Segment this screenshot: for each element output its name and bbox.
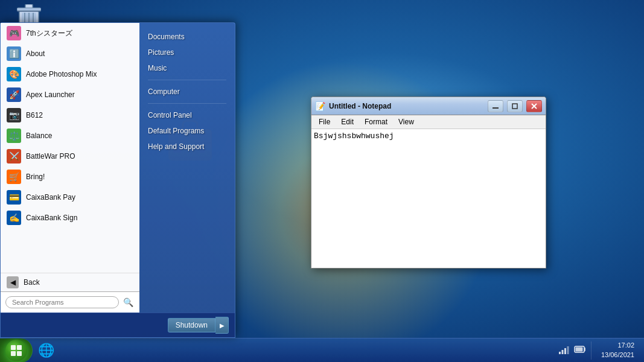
app-item-battlewar[interactable]: ⚔️ BattleWar PRO — [1, 146, 139, 167]
search-bar: 🔍 — [1, 291, 139, 313]
app-item-apex[interactable]: 🚀 Apex Launcher — [1, 84, 139, 105]
notepad-menubar: File Edit Format View — [311, 115, 546, 129]
app-icon-7thsisters: 🎮 — [7, 26, 21, 40]
app-icon-balance: ⚖️ — [7, 129, 21, 143]
right-divider-1 — [148, 80, 226, 80]
start-menu: 🎮 7thシスターズ ℹ️ About 🎨 Adobe Photoshop Mi… — [0, 22, 235, 338]
right-item-controlpanel[interactable]: Control Panel — [139, 107, 235, 123]
shutdown-label: Shutdown — [176, 321, 208, 329]
start-menu-main: 🎮 7thシスターズ ℹ️ About 🎨 Adobe Photoshop Mi… — [1, 23, 235, 313]
notepad-text: Bsjwjshsbwhwushej — [314, 132, 394, 141]
back-arrow-icon: ◀ — [7, 276, 19, 288]
app-label-caixasign: CaixaBank Sign — [26, 214, 77, 222]
app-item-b612[interactable]: 📷 B612 — [1, 105, 139, 125]
menu-file[interactable]: File — [314, 116, 335, 127]
taskbar: 🌐 — [0, 338, 644, 362]
minimize-button[interactable] — [488, 100, 503, 112]
svg-rect-24 — [17, 345, 22, 350]
app-item-photoshop[interactable]: 🎨 Adobe Photoshop Mix — [1, 64, 139, 84]
app-icon-bring: 🛒 — [7, 170, 21, 184]
start-menu-left-panel: 🎮 7thシスターズ ℹ️ About 🎨 Adobe Photoshop Mi… — [1, 23, 139, 313]
start-orb — [5, 340, 27, 361]
notepad-app-icon: 📝 — [315, 101, 325, 111]
shutdown-arrow-button[interactable]: ▶ — [215, 317, 229, 334]
notepad-window: 📝 Untitled - Notepad File Edit Format Vi… — [311, 97, 546, 268]
app-icon-photoshop: 🎨 — [7, 67, 21, 81]
app-label-b612: B612 — [26, 111, 43, 119]
app-icon-caixasign: ✍️ — [7, 211, 21, 225]
battery-icon[interactable] — [574, 345, 586, 355]
app-label-caixapay: CaixaBank Pay — [26, 193, 75, 202]
right-item-pictures[interactable]: Pictures — [139, 45, 235, 60]
clock-date: 13/06/2021 — [601, 351, 634, 360]
app-icon-caixapay: 💳 — [7, 190, 21, 205]
tray-separator — [591, 341, 591, 360]
app-icon-b612: 📷 — [7, 108, 21, 122]
app-icon-about: ℹ️ — [7, 46, 21, 61]
svg-rect-19 — [493, 107, 499, 109]
svg-rect-7 — [17, 8, 41, 11]
menu-format[interactable]: Format — [360, 116, 392, 127]
right-divider-2 — [148, 103, 226, 104]
svg-rect-33 — [575, 348, 582, 352]
right-item-computer[interactable]: Computer — [139, 84, 235, 100]
svg-rect-25 — [11, 351, 16, 356]
system-tray: 17:02 13/06/2021 — [558, 341, 644, 360]
svg-rect-30 — [567, 346, 569, 354]
app-label-apex: Apex Launcher — [26, 91, 75, 99]
app-item-caixasign[interactable]: ✍️ CaixaBank Sign — [1, 208, 139, 228]
network-icon[interactable] — [558, 345, 570, 356]
app-item-balance[interactable]: ⚖️ Balance — [1, 125, 139, 146]
shutdown-bar: Shutdown ▶ — [1, 313, 235, 337]
menu-edit[interactable]: Edit — [336, 116, 359, 127]
right-item-helpsupport[interactable]: Help and Support — [139, 139, 235, 154]
notepad-textarea[interactable]: Bsjwjshsbwhwushej — [311, 129, 546, 268]
apps-list: 🎮 7thシスターズ ℹ️ About 🎨 Adobe Photoshop Mi… — [1, 23, 139, 273]
notepad-titlebar: 📝 Untitled - Notepad — [311, 97, 546, 115]
right-item-music[interactable]: Music — [139, 60, 235, 76]
app-label-battlewar: BattleWar PRO — [26, 152, 75, 160]
taskbar-ie-button[interactable]: 🌐 — [34, 339, 58, 362]
svg-rect-32 — [584, 348, 585, 351]
app-label-balance: Balance — [26, 132, 52, 140]
app-item-caixapay[interactable]: 💳 CaixaBank Pay — [1, 187, 139, 208]
back-label: Back — [24, 278, 40, 287]
svg-rect-27 — [559, 352, 561, 354]
start-menu-right-panel: Documents Pictures Music Computer Contro… — [139, 23, 235, 313]
svg-rect-29 — [564, 348, 566, 354]
back-button[interactable]: ◀ Back — [1, 273, 139, 291]
search-button[interactable]: 🔍 — [121, 296, 135, 309]
app-label-7thsisters: 7thシスターズ — [26, 28, 72, 39]
app-item-about[interactable]: ℹ️ About — [1, 43, 139, 64]
clock[interactable]: 17:02 13/06/2021 — [596, 341, 639, 360]
svg-rect-23 — [11, 345, 16, 350]
app-item-bring[interactable]: 🛒 Bring! — [1, 167, 139, 187]
desktop: Recycle Bin Computer — [0, 0, 644, 362]
close-button[interactable] — [526, 100, 542, 112]
notepad-title: Untitled - Notepad — [329, 102, 484, 110]
app-label-about: About — [26, 49, 45, 58]
clock-time: 17:02 — [601, 341, 634, 350]
app-icon-battlewar: ⚔️ — [7, 149, 21, 164]
shutdown-button[interactable]: Shutdown — [168, 318, 215, 332]
app-label-photoshop: Adobe Photoshop Mix — [26, 70, 97, 78]
menu-view[interactable]: View — [394, 116, 419, 127]
app-icon-apex: 🚀 — [7, 87, 21, 102]
app-item-7thsisters[interactable]: 🎮 7thシスターズ — [1, 23, 139, 43]
right-item-documents[interactable]: Documents — [139, 29, 235, 45]
start-button[interactable] — [0, 338, 33, 363]
svg-rect-20 — [512, 104, 517, 109]
right-item-defaultprograms[interactable]: Default Programs — [139, 123, 235, 139]
svg-rect-26 — [17, 351, 22, 356]
ie-icon: 🌐 — [38, 343, 54, 358]
search-input[interactable] — [5, 296, 119, 308]
svg-rect-28 — [561, 350, 563, 354]
app-label-bring: Bring! — [26, 173, 45, 181]
maximize-button[interactable] — [507, 100, 523, 112]
